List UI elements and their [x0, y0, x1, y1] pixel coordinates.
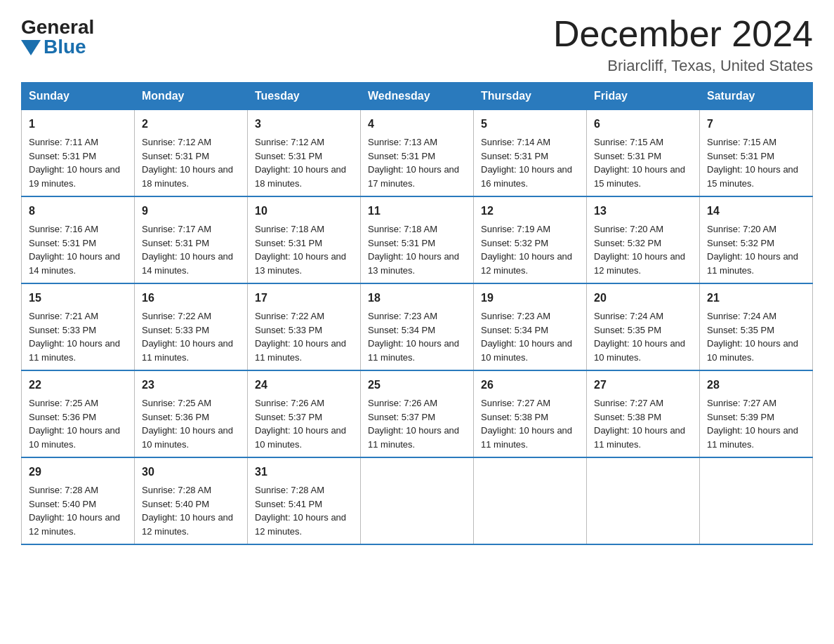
day-number: 20 [594, 290, 692, 307]
logo: General Blue [21, 14, 94, 57]
calendar-cell: 7Sunrise: 7:15 AMSunset: 5:31 PMDaylight… [700, 110, 813, 197]
calendar-cell: 18Sunrise: 7:23 AMSunset: 5:34 PMDayligh… [361, 283, 474, 370]
calendar-cell: 29Sunrise: 7:28 AMSunset: 5:40 PMDayligh… [22, 457, 135, 544]
day-number: 17 [255, 290, 353, 307]
day-number: 9 [142, 203, 240, 220]
page-title: December 2024 [553, 14, 813, 54]
day-number: 31 [255, 464, 353, 481]
calendar-header: SundayMondayTuesdayWednesdayThursdayFrid… [22, 83, 813, 110]
calendar-cell: 31Sunrise: 7:28 AMSunset: 5:41 PMDayligh… [248, 457, 361, 544]
calendar-cell: 21Sunrise: 7:24 AMSunset: 5:35 PMDayligh… [700, 283, 813, 370]
day-number: 12 [481, 203, 579, 220]
calendar-week-row: 29Sunrise: 7:28 AMSunset: 5:40 PMDayligh… [22, 457, 813, 544]
day-number: 6 [594, 116, 692, 133]
calendar-cell: 2Sunrise: 7:12 AMSunset: 5:31 PMDaylight… [135, 110, 248, 197]
day-number: 29 [29, 464, 127, 481]
day-number: 15 [29, 290, 127, 307]
calendar-day-header: Tuesday [248, 83, 361, 110]
calendar-day-header: Thursday [474, 83, 587, 110]
calendar-cell: 15Sunrise: 7:21 AMSunset: 5:33 PMDayligh… [22, 283, 135, 370]
calendar-week-row: 8Sunrise: 7:16 AMSunset: 5:31 PMDaylight… [22, 196, 813, 283]
page-subtitle: Briarcliff, Texas, United States [553, 57, 813, 75]
calendar-cell: 11Sunrise: 7:18 AMSunset: 5:31 PMDayligh… [361, 196, 474, 283]
calendar-week-row: 1Sunrise: 7:11 AMSunset: 5:31 PMDaylight… [22, 110, 813, 197]
logo-blue-bar: Blue [21, 37, 86, 57]
calendar-cell: 30Sunrise: 7:28 AMSunset: 5:40 PMDayligh… [135, 457, 248, 544]
calendar-cell: 1Sunrise: 7:11 AMSunset: 5:31 PMDaylight… [22, 110, 135, 197]
day-number: 27 [594, 377, 692, 394]
day-number: 1 [29, 116, 127, 133]
calendar-cell: 6Sunrise: 7:15 AMSunset: 5:31 PMDaylight… [587, 110, 700, 197]
calendar-day-header: Friday [587, 83, 700, 110]
calendar-cell [700, 457, 813, 544]
calendar-cell: 8Sunrise: 7:16 AMSunset: 5:31 PMDaylight… [22, 196, 135, 283]
calendar-cell: 13Sunrise: 7:20 AMSunset: 5:32 PMDayligh… [587, 196, 700, 283]
day-number: 25 [368, 377, 466, 394]
day-number: 7 [707, 116, 805, 133]
day-number: 28 [707, 377, 805, 394]
calendar-cell: 3Sunrise: 7:12 AMSunset: 5:31 PMDaylight… [248, 110, 361, 197]
day-number: 8 [29, 203, 127, 220]
day-number: 10 [255, 203, 353, 220]
day-number: 30 [142, 464, 240, 481]
calendar-cell [474, 457, 587, 544]
calendar-body: 1Sunrise: 7:11 AMSunset: 5:31 PMDaylight… [22, 110, 813, 545]
calendar-cell [361, 457, 474, 544]
logo-triangle-icon [21, 40, 41, 55]
calendar-week-row: 22Sunrise: 7:25 AMSunset: 5:36 PMDayligh… [22, 370, 813, 457]
day-number: 23 [142, 377, 240, 394]
page-header: General Blue December 2024 Briarcliff, T… [21, 14, 813, 75]
calendar-cell: 4Sunrise: 7:13 AMSunset: 5:31 PMDaylight… [361, 110, 474, 197]
calendar-cell: 19Sunrise: 7:23 AMSunset: 5:34 PMDayligh… [474, 283, 587, 370]
calendar-cell: 26Sunrise: 7:27 AMSunset: 5:38 PMDayligh… [474, 370, 587, 457]
calendar-week-row: 15Sunrise: 7:21 AMSunset: 5:33 PMDayligh… [22, 283, 813, 370]
day-number: 16 [142, 290, 240, 307]
calendar-cell: 20Sunrise: 7:24 AMSunset: 5:35 PMDayligh… [587, 283, 700, 370]
day-number: 5 [481, 116, 579, 133]
calendar-cell [587, 457, 700, 544]
calendar-cell: 9Sunrise: 7:17 AMSunset: 5:31 PMDaylight… [135, 196, 248, 283]
day-number: 18 [368, 290, 466, 307]
calendar-table: SundayMondayTuesdayWednesdayThursdayFrid… [21, 82, 813, 545]
day-number: 14 [707, 203, 805, 220]
logo-general-text: General [21, 18, 94, 37]
day-number: 13 [594, 203, 692, 220]
calendar-cell: 16Sunrise: 7:22 AMSunset: 5:33 PMDayligh… [135, 283, 248, 370]
logo-blue-text: Blue [44, 37, 86, 57]
day-number: 22 [29, 377, 127, 394]
calendar-cell: 24Sunrise: 7:26 AMSunset: 5:37 PMDayligh… [248, 370, 361, 457]
calendar-cell: 27Sunrise: 7:27 AMSunset: 5:38 PMDayligh… [587, 370, 700, 457]
calendar-cell: 5Sunrise: 7:14 AMSunset: 5:31 PMDaylight… [474, 110, 587, 197]
calendar-cell: 14Sunrise: 7:20 AMSunset: 5:32 PMDayligh… [700, 196, 813, 283]
day-number: 3 [255, 116, 353, 133]
day-number: 2 [142, 116, 240, 133]
calendar-day-header: Sunday [22, 83, 135, 110]
calendar-cell: 12Sunrise: 7:19 AMSunset: 5:32 PMDayligh… [474, 196, 587, 283]
calendar-cell: 25Sunrise: 7:26 AMSunset: 5:37 PMDayligh… [361, 370, 474, 457]
calendar-day-header: Wednesday [361, 83, 474, 110]
title-block: December 2024 Briarcliff, Texas, United … [553, 14, 813, 75]
day-number: 4 [368, 116, 466, 133]
calendar-cell: 17Sunrise: 7:22 AMSunset: 5:33 PMDayligh… [248, 283, 361, 370]
day-number: 19 [481, 290, 579, 307]
calendar-header-row: SundayMondayTuesdayWednesdayThursdayFrid… [22, 83, 813, 110]
calendar-cell: 23Sunrise: 7:25 AMSunset: 5:36 PMDayligh… [135, 370, 248, 457]
day-number: 21 [707, 290, 805, 307]
calendar-day-header: Monday [135, 83, 248, 110]
calendar-cell: 10Sunrise: 7:18 AMSunset: 5:31 PMDayligh… [248, 196, 361, 283]
calendar-cell: 22Sunrise: 7:25 AMSunset: 5:36 PMDayligh… [22, 370, 135, 457]
day-number: 24 [255, 377, 353, 394]
calendar-cell: 28Sunrise: 7:27 AMSunset: 5:39 PMDayligh… [700, 370, 813, 457]
calendar-day-header: Saturday [700, 83, 813, 110]
day-number: 26 [481, 377, 579, 394]
day-number: 11 [368, 203, 466, 220]
